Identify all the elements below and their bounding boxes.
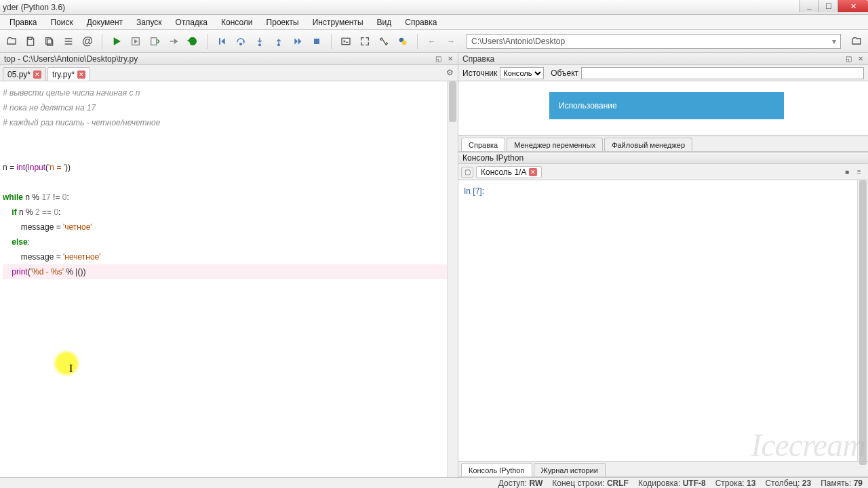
svg-point-2 (240, 43, 242, 45)
close-window-button[interactable]: ✕ (837, 0, 868, 12)
debug-continue-icon[interactable] (290, 34, 305, 49)
editor-tab[interactable]: 05.py*✕ (3, 67, 46, 81)
window-titlebar: yder (Python 3.6) _ ☐ ✕ (0, 0, 868, 15)
rerun-icon[interactable] (185, 34, 200, 49)
maximize-pane-icon[interactable] (357, 34, 372, 49)
help-toolbar: Источник Консоль Объект (458, 65, 868, 81)
run-icon[interactable] (109, 34, 124, 49)
save-file-icon[interactable] (23, 34, 38, 49)
help-tab[interactable]: Справка (461, 138, 505, 151)
editor-tabstrip: 05.py*✕try.py*✕⚙ (0, 65, 458, 81)
undock-help-icon[interactable]: ◱ (844, 54, 853, 64)
debug-start-icon[interactable] (214, 34, 229, 49)
help-content: Использование (458, 81, 868, 136)
svg-point-8 (402, 40, 407, 45)
source-select[interactable]: Консоль (500, 67, 544, 79)
object-label: Объект (551, 68, 578, 78)
object-input[interactable] (581, 67, 864, 79)
debug-step-over-icon[interactable] (233, 34, 248, 49)
run-selection-icon[interactable] (166, 34, 181, 49)
menu-Запуск[interactable]: Запуск (131, 16, 167, 28)
console-options-icon[interactable]: ≡ (854, 167, 864, 177)
close-console-icon[interactable]: ✕ (529, 168, 537, 176)
window-title: yder (Python 3.6) (3, 3, 65, 12)
browse-folder-icon[interactable] (849, 34, 864, 49)
close-tab-icon[interactable]: ✕ (33, 70, 41, 79)
ipython-console[interactable]: In [7]: Icecream (458, 180, 868, 461)
menubar: ПравкаПоискДокументЗапускОтладкаКонсолиП… (0, 15, 868, 30)
run-cell-advance-icon[interactable] (147, 34, 162, 49)
menu-Инструменты[interactable]: Инструменты (307, 16, 369, 28)
svg-rect-6 (342, 38, 350, 44)
editor-tab[interactable]: try.py*✕ (47, 67, 90, 81)
help-tab[interactable]: Менеджер переменных (507, 138, 603, 151)
source-label: Источник (462, 68, 497, 78)
svg-rect-1 (151, 37, 157, 45)
close-tab-icon[interactable]: ✕ (77, 70, 85, 79)
debug-stop-icon[interactable] (309, 34, 324, 49)
help-pane-title: Справка ◱ ✕ (458, 53, 868, 65)
preferences-icon[interactable] (376, 34, 391, 49)
editor-scrollbar[interactable] (447, 81, 458, 477)
click-highlight (53, 350, 80, 377)
svg-point-4 (278, 44, 280, 46)
run-cell-icon[interactable] (128, 34, 143, 49)
debug-step-out-icon[interactable] (271, 34, 286, 49)
menu-Проекты[interactable]: Проекты (261, 16, 304, 28)
console-bottom-tab[interactable]: Журнал истории (534, 463, 606, 476)
debug-step-in-icon[interactable] (252, 34, 267, 49)
watermark: Icecream (751, 426, 865, 464)
save-all-icon[interactable] (42, 34, 57, 49)
menu-Вид[interactable]: Вид (372, 16, 397, 28)
minimize-button[interactable]: _ (800, 0, 818, 12)
at-icon[interactable]: @ (80, 34, 95, 49)
menu-Поиск[interactable]: Поиск (45, 16, 79, 28)
tab-options-icon[interactable]: ⚙ (446, 68, 454, 77)
help-subtabs: СправкаМенеджер переменныхФайловый менед… (458, 136, 868, 152)
menu-Документ[interactable]: Документ (81, 16, 128, 28)
statusbar: Доступ: RW Конец строки: CRLF Кодировка:… (0, 477, 868, 488)
console-tabstrip: ▢ Консоль 1/A ✕ ■ ≡ (458, 164, 868, 180)
menu-Правка[interactable]: Правка (4, 16, 43, 28)
help-tab[interactable]: Файловый менеджер (604, 138, 692, 151)
console-bottom-tab[interactable]: Консоль IPython (461, 463, 532, 476)
editor-pane-title: top - C:\Users\Antonio\Desktop\try.py ◱ … (0, 53, 458, 65)
menu-Справка[interactable]: Справка (399, 16, 442, 28)
console-stop-icon[interactable]: ■ (842, 167, 852, 177)
menu-Консоли[interactable]: Консоли (216, 16, 258, 28)
console-prompt: In [7]: (464, 186, 484, 196)
new-console-icon[interactable]: ▢ (461, 167, 473, 178)
console-bottom-tabs: Консоль IPythonЖурнал истории (458, 461, 868, 477)
python-path-icon[interactable] (395, 34, 410, 49)
terminal-icon[interactable] (338, 34, 353, 49)
close-pane-icon[interactable]: ✕ (446, 54, 455, 64)
code-editor[interactable]: # вывести целые числа начиная с n# пока … (0, 81, 458, 477)
usage-header: Использование (549, 92, 784, 119)
open-file-icon[interactable] (4, 34, 19, 49)
menu-Отладка[interactable]: Отладка (170, 16, 213, 28)
svg-rect-5 (314, 39, 319, 44)
close-help-icon[interactable]: ✕ (856, 54, 865, 64)
svg-point-3 (259, 44, 261, 46)
ipython-pane-title: Консоль IPython (458, 152, 868, 164)
console-tab[interactable]: Консоль 1/A ✕ (476, 166, 542, 178)
nav-fwd-icon[interactable]: → (443, 34, 458, 49)
list-icon[interactable] (61, 34, 76, 49)
nav-back-icon[interactable]: ← (425, 34, 439, 49)
maximize-button[interactable]: ☐ (818, 0, 837, 12)
undock-icon[interactable]: ◱ (433, 54, 443, 64)
text-cursor-icon: I (69, 361, 73, 376)
console-scrollbar[interactable] (857, 180, 868, 461)
main-toolbar: @ ← → C:\Users\Antonio\Desktop▾ (0, 30, 868, 53)
working-dir-field[interactable]: C:\Users\Antonio\Desktop▾ (467, 34, 841, 49)
